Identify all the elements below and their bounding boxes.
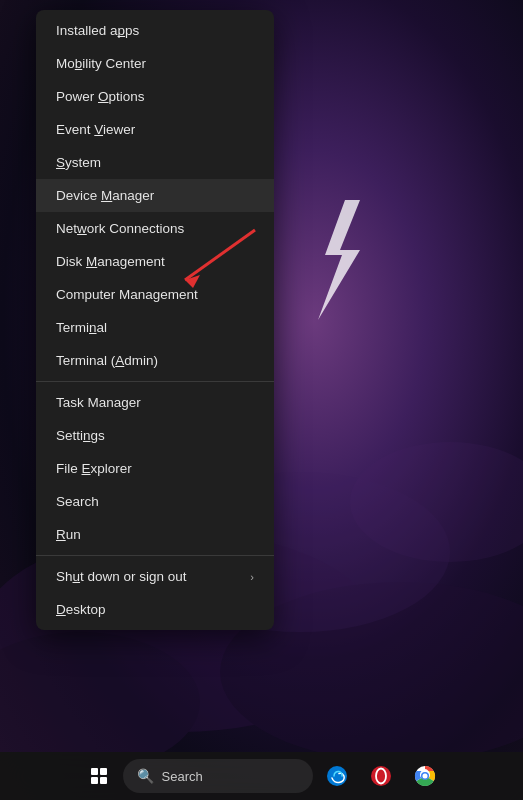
menu-item-installed-apps[interactable]: Installed apps <box>36 14 274 47</box>
chrome-icon <box>414 765 436 787</box>
taskbar: 🔍 Search <box>0 752 523 800</box>
menu-item-mobility-center[interactable]: Mobility Center <box>36 47 274 80</box>
edge-icon <box>326 765 348 787</box>
taskbar-icon-edge[interactable] <box>317 756 357 796</box>
menu-item-power-options[interactable]: Power Options <box>36 80 274 113</box>
menu-item-desktop[interactable]: Desktop <box>36 593 274 626</box>
svg-point-14 <box>422 774 427 779</box>
taskbar-search-icon: 🔍 <box>137 768 154 784</box>
menu-item-shutdown[interactable]: Shut down or sign out › <box>36 560 274 593</box>
lightning-decoration <box>300 200 380 320</box>
menu-item-event-viewer[interactable]: Event Viewer <box>36 113 274 146</box>
menu-item-network-connections[interactable]: Network Connections <box>36 212 274 245</box>
windows-logo-icon <box>91 768 107 784</box>
start-button[interactable] <box>79 756 119 796</box>
menu-item-disk-management[interactable]: Disk Management <box>36 245 274 278</box>
menu-item-device-manager[interactable]: Device Manager <box>36 179 274 212</box>
shutdown-chevron-icon: › <box>250 571 254 583</box>
menu-item-file-explorer[interactable]: File Explorer <box>36 452 274 485</box>
menu-item-system[interactable]: System <box>36 146 274 179</box>
menu-item-terminal-admin[interactable]: Terminal (Admin) <box>36 344 274 377</box>
menu-divider-1 <box>36 381 274 382</box>
menu-item-run[interactable]: Run <box>36 518 274 551</box>
menu-divider-2 <box>36 555 274 556</box>
menu-item-terminal[interactable]: Terminal <box>36 311 274 344</box>
taskbar-icon-opera[interactable] <box>361 756 401 796</box>
taskbar-search-bar[interactable]: 🔍 Search <box>123 759 313 793</box>
menu-item-settings[interactable]: Settings <box>36 419 274 452</box>
taskbar-icon-chrome[interactable] <box>405 756 445 796</box>
menu-item-computer-management[interactable]: Computer Management <box>36 278 274 311</box>
taskbar-search-text: Search <box>162 769 203 784</box>
context-menu: Installed apps Mobility Center Power Opt… <box>36 10 274 630</box>
opera-icon <box>370 765 392 787</box>
menu-item-task-manager[interactable]: Task Manager <box>36 386 274 419</box>
menu-item-search[interactable]: Search <box>36 485 274 518</box>
